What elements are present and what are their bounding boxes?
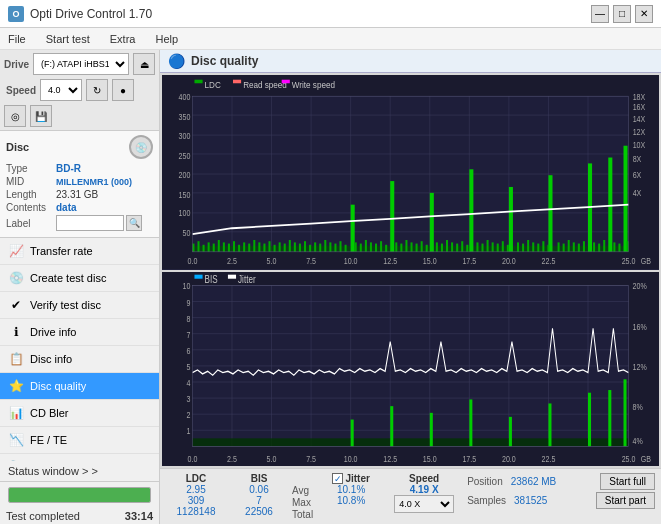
svg-rect-66 [208, 242, 210, 251]
svg-rect-114 [466, 245, 468, 252]
nav-transfer-rate[interactable]: 📈 Transfer rate [0, 238, 159, 265]
svg-rect-72 [238, 245, 240, 252]
svg-rect-202 [608, 390, 611, 446]
save-button[interactable]: 💾 [30, 105, 52, 127]
samples-val: 381525 [514, 495, 547, 506]
settings-button2[interactable]: ◎ [4, 105, 26, 127]
stats-bis-header: BIS [251, 473, 268, 484]
label-input[interactable] [56, 215, 124, 231]
checkbox-check-icon: ✓ [334, 474, 342, 484]
title-bar-controls[interactable]: — □ ✕ [591, 5, 653, 23]
nav-create-test-disc[interactable]: 💿 Create test disc [0, 265, 159, 292]
disc-quality-header: 🔵 Disc quality [160, 50, 661, 73]
status-time: 33:14 [125, 510, 153, 522]
stats-max-bis: 7 [256, 495, 262, 506]
menu-extra[interactable]: Extra [106, 31, 140, 47]
start-part-button[interactable]: Start part [596, 492, 655, 509]
svg-rect-64 [198, 241, 200, 252]
svg-rect-96 [365, 240, 367, 252]
svg-text:16%: 16% [633, 320, 648, 331]
total-label: Total [292, 509, 313, 520]
svg-text:2.5: 2.5 [227, 453, 237, 464]
svg-text:6X: 6X [633, 170, 642, 180]
minimize-button[interactable]: — [591, 5, 609, 23]
menu-help[interactable]: Help [151, 31, 182, 47]
nav-disc-info[interactable]: 📋 Disc info [0, 346, 159, 373]
maximize-button[interactable]: □ [613, 5, 631, 23]
svg-text:20.0: 20.0 [502, 256, 516, 266]
svg-text:2: 2 [186, 409, 190, 420]
svg-rect-111 [451, 242, 453, 251]
svg-text:4%: 4% [633, 434, 644, 445]
samples-label: Samples [467, 495, 506, 506]
start-full-button[interactable]: Start full [600, 473, 655, 490]
status-text: Test completed [6, 510, 80, 522]
drive-select[interactable]: (F:) ATAPI iHBS112 2 PL06 [33, 53, 129, 75]
svg-rect-88 [319, 244, 321, 252]
menu-bar: File Start test Extra Help [0, 28, 661, 50]
svg-text:25.0: 25.0 [622, 256, 636, 266]
speed-select[interactable]: 4.0 X [40, 79, 82, 101]
svg-rect-101 [395, 242, 397, 251]
svg-rect-78 [269, 241, 271, 252]
refresh-button[interactable]: ↻ [86, 79, 108, 101]
svg-text:22.5: 22.5 [542, 256, 556, 266]
nav-drive-info-label: Drive info [30, 326, 76, 338]
svg-rect-136 [598, 244, 600, 252]
nav-verify-test-disc[interactable]: ✔ Verify test disc [0, 292, 159, 319]
svg-text:5: 5 [186, 360, 190, 371]
stats-avg-jitter: 10.1% [337, 484, 365, 495]
svg-text:12.5: 12.5 [383, 453, 397, 464]
drive-label: Drive [4, 59, 29, 70]
svg-rect-146 [228, 274, 236, 278]
create-disc-icon: 💿 [8, 270, 24, 286]
disc-title: Disc [6, 141, 29, 153]
svg-text:8X: 8X [633, 155, 642, 165]
svg-rect-54 [351, 205, 355, 252]
status-window-label: Status window > > [8, 465, 98, 477]
svg-rect-138 [613, 242, 615, 251]
nav-extra-tests[interactable]: 🔧 Extra tests [0, 454, 159, 461]
svg-rect-132 [573, 242, 575, 251]
jitter-checkbox[interactable]: ✓ [332, 473, 343, 484]
chart2-svg: BIS Jitter [162, 272, 659, 467]
svg-text:Write speed: Write speed [292, 79, 335, 90]
svg-text:350: 350 [179, 112, 191, 122]
svg-rect-59 [548, 175, 552, 252]
label-edit-button[interactable]: 🔍 [126, 215, 142, 231]
svg-text:Jitter: Jitter [238, 272, 256, 284]
stats-row: LDC 2.95 309 1128148 BIS 0.06 7 22506 Av… [160, 468, 661, 524]
progress-bar-fill [9, 488, 150, 502]
content-area: 🔵 Disc quality LDC Read speed Writ [160, 50, 661, 524]
chart1-svg: LDC Read speed Write speed [162, 75, 659, 270]
length-value: 23.31 GB [56, 189, 98, 200]
svg-text:17.5: 17.5 [462, 256, 476, 266]
stats-speed-header: Speed [409, 473, 439, 484]
nav-drive-info[interactable]: ℹ Drive info [0, 319, 159, 346]
svg-rect-123 [522, 244, 524, 252]
disc-panel: Disc 💿 Type BD-R MID MILLENMR1 (000) Len… [0, 131, 159, 238]
svg-rect-58 [509, 187, 513, 252]
svg-rect-144 [194, 274, 202, 278]
svg-rect-107 [426, 245, 428, 252]
status-window-button[interactable]: Status window > > [0, 461, 159, 482]
eject-button[interactable]: ⏏ [133, 53, 155, 75]
svg-text:22.5: 22.5 [542, 453, 556, 464]
nav-verify-disc-label: Verify test disc [30, 299, 101, 311]
menu-file[interactable]: File [4, 31, 30, 47]
svg-rect-4 [233, 80, 241, 84]
close-button[interactable]: ✕ [635, 5, 653, 23]
menu-start-test[interactable]: Start test [42, 31, 94, 47]
nav-fe-te[interactable]: 📉 FE / TE [0, 427, 159, 454]
svg-rect-91 [334, 244, 336, 252]
chart2-wrapper: BIS Jitter [162, 272, 659, 467]
svg-rect-195 [351, 419, 354, 446]
nav-disc-quality[interactable]: ⭐ Disc quality [0, 373, 159, 400]
svg-rect-73 [243, 242, 245, 251]
speed-stats-select[interactable]: 4.0 X [394, 495, 454, 513]
settings-button1[interactable]: ● [112, 79, 134, 101]
stats-avg-bis: 0.06 [249, 484, 268, 495]
cd-bler-icon: 📊 [8, 405, 24, 421]
svg-text:20.0: 20.0 [502, 453, 516, 464]
nav-cd-bler[interactable]: 📊 CD Bler [0, 400, 159, 427]
